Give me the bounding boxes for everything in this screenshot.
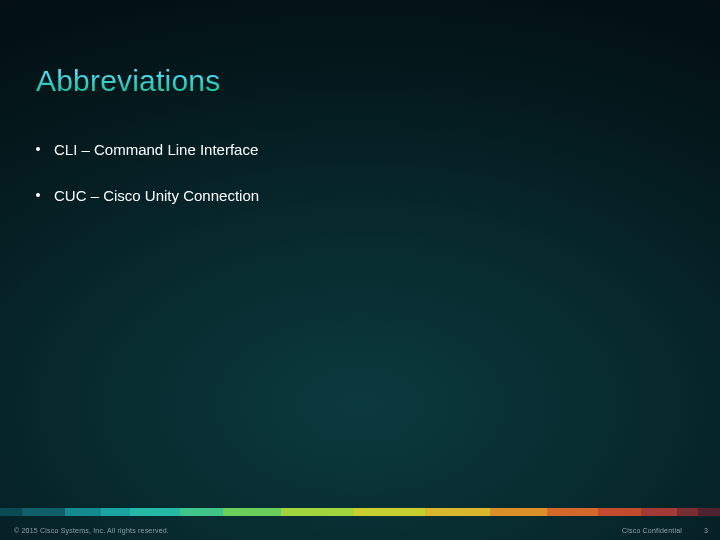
bullet-icon	[36, 147, 40, 151]
slide: Abbreviations CLI – Command Line Interfa…	[0, 0, 720, 540]
footer: © 2015 Cisco Systems, Inc. All rights re…	[0, 520, 720, 534]
page-number: 3	[704, 527, 708, 534]
bullet-icon	[36, 193, 40, 197]
list-item: CUC – Cisco Unity Connection	[36, 186, 684, 206]
page-title: Abbreviations	[36, 64, 220, 98]
copyright-text: © 2015 Cisco Systems, Inc. All rights re…	[14, 527, 169, 534]
list-item: CLI – Command Line Interface	[36, 140, 684, 160]
confidential-label: Cisco Confidential	[622, 527, 682, 534]
bullet-text: CUC – Cisco Unity Connection	[54, 186, 259, 206]
accent-bar	[0, 508, 720, 516]
bullet-text: CLI – Command Line Interface	[54, 140, 258, 160]
content-area: CLI – Command Line Interface CUC – Cisco…	[36, 140, 684, 231]
